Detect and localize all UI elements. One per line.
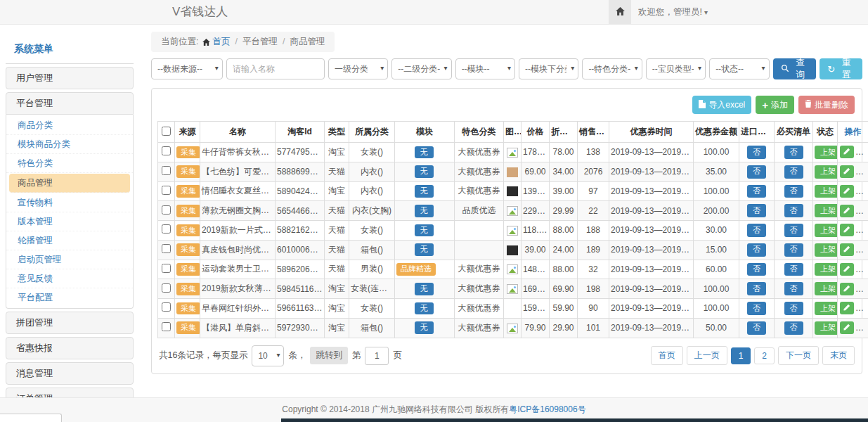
must-buy-toggle[interactable]: 否 [784, 165, 803, 179]
jump-button[interactable]: 跳转到 [310, 347, 348, 364]
filter-select[interactable]: --特色分类-- [582, 58, 642, 79]
page-button[interactable]: 首页 [651, 346, 683, 365]
import-select-toggle[interactable]: 否 [747, 321, 766, 335]
status-toggle[interactable]: 上架 [815, 302, 838, 315]
import-select-toggle[interactable]: 否 [747, 146, 766, 159]
sidebar-subitem[interactable]: 版本管理 [6, 212, 133, 231]
edit-button[interactable] [840, 283, 854, 295]
add-button[interactable]: + 添加 [756, 96, 794, 114]
sidebar-section[interactable]: 省惠快报 [6, 337, 134, 359]
sidebar-section[interactable]: 拼团管理 [6, 312, 134, 334]
sidebar-subitem[interactable]: 意见反馈 [6, 269, 133, 288]
sidebar-subitem[interactable]: 轮播管理 [6, 231, 133, 250]
import-select-toggle[interactable]: 否 [747, 302, 766, 315]
source-badge: 采集 [176, 321, 200, 334]
row-checkbox[interactable] [162, 244, 171, 253]
filter-select[interactable]: --模块-- [455, 58, 515, 79]
import-select-toggle[interactable]: 否 [747, 282, 766, 295]
page-button[interactable]: 下一页 [778, 346, 819, 365]
status-toggle[interactable]: 上架 [815, 321, 838, 335]
import-select-toggle[interactable]: 否 [747, 224, 766, 237]
edit-button[interactable] [840, 165, 854, 178]
row-checkbox[interactable] [162, 205, 171, 215]
edit-button[interactable] [840, 243, 854, 256]
jump-page-input[interactable] [365, 347, 389, 365]
user-menu[interactable]: 欢迎您，管理员!▾ [638, 0, 708, 25]
row-checkbox[interactable] [162, 186, 171, 195]
filter-select[interactable]: --状态-- [709, 58, 769, 79]
page-button[interactable]: 上一页 [687, 346, 727, 365]
must-buy-toggle[interactable]: 否 [784, 146, 803, 159]
must-buy-toggle[interactable]: 否 [784, 185, 803, 198]
status-toggle[interactable]: 上架 [815, 165, 838, 179]
row-checkbox[interactable] [162, 166, 171, 175]
search-button[interactable]: 查询 [773, 58, 817, 79]
filter-select[interactable]: --宝贝类型-- [646, 58, 706, 79]
edit-button[interactable] [840, 185, 854, 198]
sidebar-section[interactable]: 用户管理 [6, 67, 134, 89]
edit-button[interactable] [840, 146, 854, 158]
edit-button[interactable] [840, 224, 854, 236]
module-badge: 无 [415, 205, 434, 217]
import-select-toggle[interactable]: 否 [747, 185, 766, 198]
import-excel-button[interactable]: 导入excel [692, 96, 751, 114]
icp-link[interactable]: 粤ICP备16098006号 [509, 404, 585, 414]
breadcrumb-home-link[interactable]: 首页 [212, 37, 230, 46]
coupon-amount: 15.00 [694, 240, 739, 260]
table-body: 采集 牛仔背带裤女秋装减龄... 577479560965 淘宝 女装() 无 … [158, 143, 868, 338]
filter-select[interactable]: --二级分类-- [391, 58, 451, 79]
name-search-input[interactable] [226, 58, 325, 79]
row-checkbox[interactable] [162, 322, 171, 331]
page-button[interactable]: 1 [731, 347, 751, 364]
status-toggle[interactable]: 上架 [815, 282, 838, 295]
must-buy-toggle[interactable]: 否 [784, 263, 803, 276]
row-checkbox[interactable] [162, 283, 171, 293]
page-button[interactable]: 2 [754, 347, 775, 364]
edit-button[interactable] [840, 302, 854, 314]
filter-select[interactable]: 一级分类 [328, 58, 388, 79]
edit-button[interactable] [840, 263, 854, 276]
must-buy-toggle[interactable]: 否 [784, 302, 803, 315]
row-checkbox[interactable] [162, 224, 171, 234]
must-buy-toggle[interactable]: 否 [784, 204, 803, 217]
sidebar-section[interactable]: 消息管理 [6, 362, 134, 385]
sidebar-subitem[interactable]: 宣传物料 [6, 193, 133, 212]
price: 148.00 [522, 260, 550, 279]
row-checkbox[interactable] [162, 146, 171, 155]
must-buy-toggle[interactable]: 否 [784, 321, 803, 335]
sidebar-section[interactable]: 平台管理 [6, 92, 134, 115]
sidebar-subitem[interactable]: 特色分类 [6, 154, 133, 173]
status-toggle[interactable]: 上架 [815, 185, 838, 198]
sidebar-subitem[interactable]: 商品分类 [6, 116, 133, 135]
import-select-toggle[interactable]: 否 [747, 263, 766, 276]
per-page-select[interactable]: 10 [252, 345, 284, 366]
reset-button[interactable]: ↻ 重置 [820, 58, 862, 79]
edit-button[interactable] [840, 321, 854, 334]
filter-select[interactable]: --模块下分类-- [519, 58, 578, 79]
col-header: 来源 [175, 122, 200, 143]
row-checkbox[interactable] [162, 302, 171, 312]
sidebar-subitem[interactable]: 模块商品分类 [6, 135, 133, 154]
import-select-toggle[interactable]: 否 [747, 243, 766, 257]
data-source-select[interactable]: --数据来源-- [151, 58, 223, 79]
status-toggle[interactable]: 上架 [815, 224, 838, 237]
home-button[interactable] [609, 0, 631, 24]
must-buy-toggle[interactable]: 否 [784, 282, 803, 295]
sidebar-subitem[interactable]: 启动页管理 [6, 250, 133, 269]
table-row: 采集 运动套装男士卫衣初秋... 589620659791 天猫 男装() 品牌… [158, 260, 868, 279]
sidebar-subitem[interactable]: 商品管理 [9, 174, 130, 193]
must-buy-toggle[interactable]: 否 [784, 243, 803, 257]
import-select-toggle[interactable]: 否 [747, 165, 766, 179]
status-toggle[interactable]: 上架 [815, 263, 838, 276]
must-buy-toggle[interactable]: 否 [784, 224, 803, 237]
select-all-checkbox[interactable] [162, 127, 171, 136]
status-toggle[interactable]: 上架 [815, 204, 838, 217]
edit-button[interactable] [840, 205, 854, 217]
import-select-toggle[interactable]: 否 [747, 204, 766, 217]
page-button[interactable]: 末页 [822, 346, 855, 365]
sidebar-subitem[interactable]: 平台配置 [6, 288, 133, 307]
status-toggle[interactable]: 上架 [815, 243, 838, 257]
batch-delete-button[interactable]: 批量删除 [798, 96, 855, 114]
status-toggle[interactable]: 上架 [815, 146, 838, 159]
row-checkbox[interactable] [162, 264, 171, 273]
